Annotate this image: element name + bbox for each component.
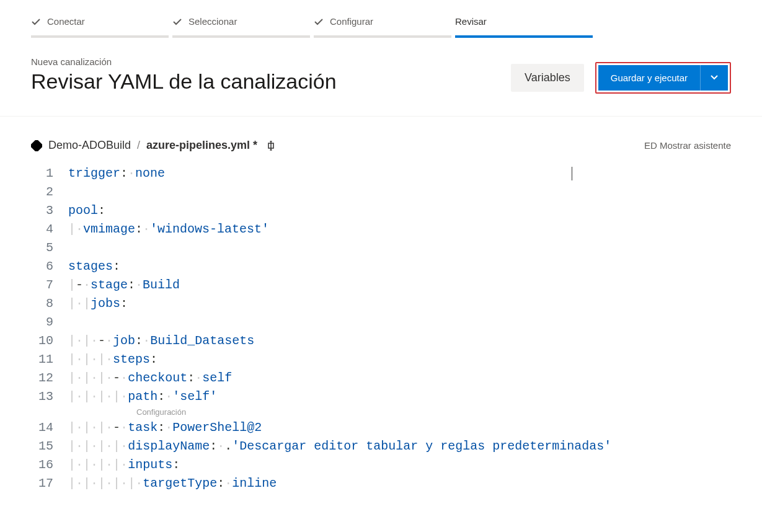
- code-line[interactable]: 8|·|jobs:: [31, 295, 731, 313]
- page-subtitle: Nueva canalización: [31, 56, 337, 67]
- chevron-down-icon: [709, 72, 719, 84]
- code-line[interactable]: 17|·|·|·|·|·targetType:·inline: [31, 474, 731, 493]
- breadcrumb-row: Demo-ADOBuild / azure-pipelines.yml * ED…: [0, 117, 762, 164]
- code-content[interactable]: stages:: [68, 257, 120, 276]
- file-name[interactable]: azure-pipelines.yml *: [146, 139, 257, 152]
- line-number: 15: [31, 437, 68, 456]
- line-number: 7: [31, 276, 68, 295]
- line-number: 17: [31, 474, 68, 493]
- svg-rect-0: [31, 140, 42, 151]
- code-line[interactable]: 5: [31, 239, 731, 257]
- step-label: Seleccionar: [188, 16, 237, 27]
- step-select[interactable]: Seleccionar: [172, 12, 310, 38]
- line-number: 3: [31, 202, 68, 220]
- code-content[interactable]: |·|·|·|·|·targetType:·inline: [68, 474, 277, 493]
- variables-button[interactable]: Variables: [511, 64, 584, 92]
- step-label: Conectar: [47, 16, 85, 27]
- code-content[interactable]: pool:: [68, 202, 105, 220]
- line-number: 10: [31, 332, 68, 350]
- save-run-group: Guardar y ejecutar: [595, 62, 731, 94]
- code-line[interactable]: 3pool:: [31, 202, 731, 220]
- code-content[interactable]: |·|·|·|·inputs:: [68, 456, 180, 474]
- code-content[interactable]: |-·stage:·Build: [68, 276, 180, 295]
- check-icon: [172, 17, 182, 27]
- breadcrumb-separator: /: [137, 139, 140, 152]
- code-line[interactable]: 12|·|·|·-·checkout:·self: [31, 369, 731, 388]
- wizard-steps: Conectar Seleccionar Configurar Revisar: [0, 0, 762, 38]
- codelens[interactable]: Configuración: [31, 406, 731, 419]
- step-review[interactable]: Revisar: [455, 12, 593, 38]
- code-line[interactable]: 13|·|·|·|·path:·'self': [31, 388, 731, 406]
- code-line[interactable]: 2: [31, 183, 731, 202]
- code-line[interactable]: 7|-·stage:·Build: [31, 276, 731, 295]
- code-content[interactable]: |·|·|·|·path:·'self': [68, 388, 217, 406]
- code-content[interactable]: |·|·|·|·displayName:·.'Descargar editor …: [68, 437, 611, 456]
- code-line[interactable]: 15|·|·|·|·displayName:·.'Descargar edito…: [31, 437, 731, 456]
- step-configure[interactable]: Configurar: [314, 12, 451, 38]
- code-content[interactable]: |·|·-·job:·Build_Datasets: [68, 332, 254, 350]
- code-content[interactable]: |·|·|·-·task:·PowerShell@2: [68, 419, 262, 437]
- line-number: 6: [31, 257, 68, 276]
- line-number: 9: [31, 313, 68, 332]
- line-number: 1: [31, 164, 68, 183]
- code-content[interactable]: |·|jobs:: [68, 295, 128, 313]
- page-title: Revisar YAML de la canalización: [31, 69, 337, 94]
- line-number: 14: [31, 419, 68, 437]
- code-line[interactable]: 16|·|·|·|·inputs:: [31, 456, 731, 474]
- line-number: 4: [31, 220, 68, 239]
- code-line[interactable]: 11|·|·|·steps:: [31, 350, 731, 369]
- yaml-editor[interactable]: 1trigger:·none23pool:4|·vmimage:·'window…: [0, 164, 762, 505]
- repo-name[interactable]: Demo-ADOBuild: [48, 139, 131, 152]
- code-content[interactable]: trigger:·none: [68, 164, 165, 183]
- repo-icon: [31, 140, 42, 151]
- save-run-dropdown[interactable]: [700, 65, 728, 91]
- code-line[interactable]: 14|·|·|·-·task:·PowerShell@2: [31, 419, 731, 437]
- code-line[interactable]: 1trigger:·none: [31, 164, 731, 183]
- breadcrumb: Demo-ADOBuild / azure-pipelines.yml *: [31, 139, 278, 152]
- line-number: 16: [31, 456, 68, 474]
- code-content[interactable]: |·vmimage:·'windows-latest': [68, 220, 269, 239]
- save-run-button[interactable]: Guardar y ejecutar: [598, 65, 700, 91]
- line-number: 2: [31, 183, 68, 202]
- check-icon: [314, 17, 324, 27]
- code-line[interactable]: 4|·vmimage:·'windows-latest': [31, 220, 731, 239]
- code-line[interactable]: 6stages:: [31, 257, 731, 276]
- line-number: 8: [31, 295, 68, 313]
- code-line[interactable]: 9: [31, 313, 731, 332]
- header-left: Nueva canalización Revisar YAML de la ca…: [31, 56, 337, 94]
- show-assistant[interactable]: ED Mostrar asistente: [644, 140, 731, 151]
- line-number: 13: [31, 388, 68, 406]
- rename-icon[interactable]: [266, 140, 278, 152]
- header-right: Variables Guardar y ejecutar: [511, 62, 731, 94]
- line-number: 11: [31, 350, 68, 369]
- page-header: Nueva canalización Revisar YAML de la ca…: [0, 38, 762, 117]
- code-line[interactable]: 10|·|·-·job:·Build_Datasets: [31, 332, 731, 350]
- step-label: Configurar: [330, 16, 373, 27]
- step-label: Revisar: [455, 16, 487, 27]
- step-connect[interactable]: Conectar: [31, 12, 169, 38]
- code-content[interactable]: |·|·|·steps:: [68, 350, 157, 369]
- check-icon: [31, 17, 41, 27]
- code-content[interactable]: |·|·|·-·checkout:·self: [68, 369, 232, 388]
- line-number: 5: [31, 239, 68, 257]
- line-number: 12: [31, 369, 68, 388]
